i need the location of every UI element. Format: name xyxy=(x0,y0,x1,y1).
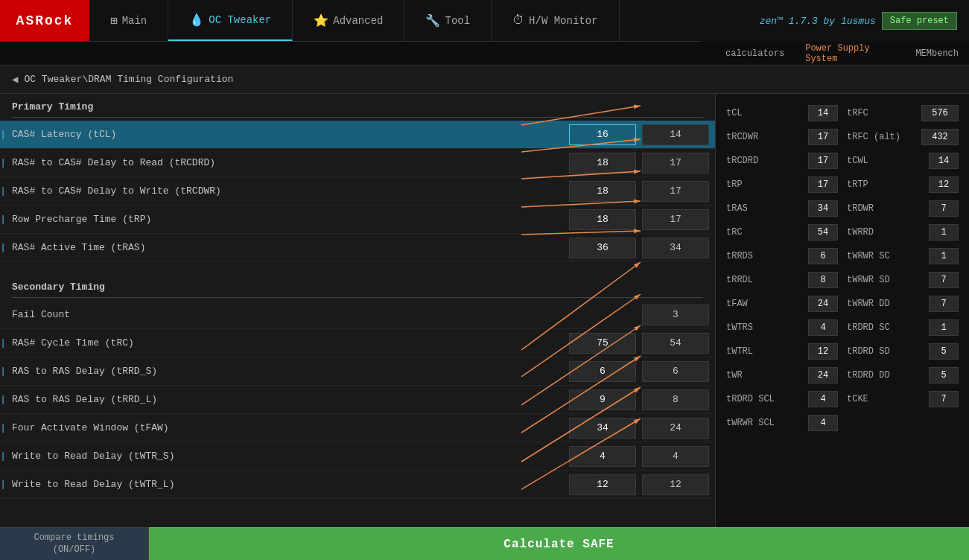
cell-twrwr-sc: tWRWR SC 1 xyxy=(842,246,963,267)
value-trrds-r: 6 xyxy=(808,248,838,264)
row-trc[interactable]: | RAS# Cycle Time (tRC) 75 54 xyxy=(0,329,715,357)
top-nav: ASRock ⊞ Main 💧 OC Tweaker ⭐ Advanced 🔧 … xyxy=(0,0,969,42)
value-trdrd-scl: 4 xyxy=(808,391,838,407)
cell-twr: tWR 24 xyxy=(722,365,842,386)
label-trdrd-dd: tRDRD DD xyxy=(847,370,929,381)
row-value-tras: 36 xyxy=(569,238,636,258)
cell-trrdl-r: tRRDL 8 xyxy=(722,270,842,290)
value-twrwr-sc: 1 xyxy=(929,248,959,264)
row-indicator-trcdwr: | xyxy=(0,177,6,205)
zen-badge: zen™ 1.7.3 by 1usmus xyxy=(760,16,876,27)
row-optimal-tfaw: 24 xyxy=(642,418,709,439)
cell-twtrl-r: tWTRL 12 xyxy=(722,341,842,362)
row-fail-count[interactable]: Fail Count 3 xyxy=(0,301,715,329)
row-optimal-trp: 17 xyxy=(642,209,709,230)
secondary-timing-header: Secondary Timing xyxy=(0,274,715,297)
label-trcdwr-r: tRCDWR xyxy=(726,132,808,142)
row-value-trcdwr: 18 xyxy=(569,181,636,202)
row-tras[interactable]: | RAS# Active Time (tRAS) 36 34 xyxy=(0,234,715,262)
sub-nav-power-supply[interactable]: Power Supply System xyxy=(795,42,905,65)
label-tfaw-r: tFAW xyxy=(726,299,808,309)
calculate-button[interactable]: Calculate SAFE xyxy=(149,527,969,560)
hw-icon: ⏱ xyxy=(512,13,524,28)
row-label-twtrl: Write to Read Delay (tWTR_L) xyxy=(6,479,569,490)
row-indicator-trp: | xyxy=(0,206,6,233)
value-tcke: 7 xyxy=(929,391,959,407)
label-tcl: tCL xyxy=(726,108,808,118)
label-trrds-r: tRRDS xyxy=(726,251,808,261)
main-layout: Primary Timing | CAS# Latency (tCL) 16 1… xyxy=(0,94,969,556)
nav-oc-tweaker[interactable]: 💧 OC Tweaker xyxy=(168,0,293,41)
value-twtrl-r: 12 xyxy=(808,343,838,360)
label-twtrl-r: tWTRL xyxy=(726,346,808,357)
row-indicator-trrdl: | xyxy=(0,386,6,413)
value-tcwl: 14 xyxy=(929,153,959,169)
secondary-divider xyxy=(12,297,703,298)
compare-label: Compare timings(ON/OFF) xyxy=(34,532,114,556)
row-label-tras: RAS# Active Time (tRAS) xyxy=(6,242,569,253)
main-icon: ⊞ xyxy=(110,13,118,28)
row-label-trrds: RAS to RAS Delay (tRRD_S) xyxy=(6,366,569,377)
row-value-trc: 75 xyxy=(569,333,636,354)
cell-trc-r: tRC 54 xyxy=(722,222,842,243)
value-trdwr: 7 xyxy=(929,200,959,217)
cell-trdrd-dd: tRDRD DD 5 xyxy=(842,365,963,386)
logo: ASRock xyxy=(0,0,89,41)
row-optimal-fail: 3 xyxy=(642,305,709,325)
value-trtp: 12 xyxy=(929,176,959,193)
cell-trdrd-sc: tRDRD SC 1 xyxy=(842,317,963,338)
row-tfaw[interactable]: | Four Activate Window (tFAW) 34 24 xyxy=(0,414,715,442)
value-twrrd: 1 xyxy=(929,224,959,241)
safe-preset-badge[interactable]: Safe preset xyxy=(882,12,957,30)
row-trp[interactable]: | Row Precharge Time (tRP) 18 17 xyxy=(0,206,715,234)
row-indicator-twtrl: | xyxy=(0,471,6,498)
cell-tcke: tCKE 7 xyxy=(842,389,963,410)
sub-nav-calculators[interactable]: calculators xyxy=(715,42,795,65)
cell-twrwr-scl: tWRWR SCL 4 xyxy=(722,413,842,433)
label-twr: tWR xyxy=(726,370,808,381)
value-tras-r: 34 xyxy=(808,200,838,217)
row-indicator-trrds: | xyxy=(0,357,6,385)
sub-nav-membench[interactable]: MEMbench xyxy=(905,42,969,65)
nav-advanced[interactable]: ⭐ Advanced xyxy=(293,0,404,41)
value-twr: 24 xyxy=(808,367,838,384)
value-trdrd-dd: 5 xyxy=(929,367,959,384)
tool-icon: 🔧 xyxy=(425,13,440,28)
row-label-tcl: CAS# Latency (tCL) xyxy=(6,129,569,140)
row-indicator-trcdrd: | xyxy=(0,149,6,176)
nav-main-label: Main xyxy=(122,15,147,27)
row-indicator-trc: | xyxy=(0,329,6,357)
cell-twrwr-dd: tWRWR DD 7 xyxy=(842,293,963,314)
row-twtrs[interactable]: | Write to Read Delay (tWTR_S) 4 4 xyxy=(0,442,715,471)
row-tcl[interactable]: | CAS# Latency (tCL) 16 14 xyxy=(0,121,715,149)
value-trfc: 576 xyxy=(921,105,959,121)
zen-text: zen™ 1.7.3 by 1usmus xyxy=(760,16,876,27)
cell-trrds-r: tRRDS 6 xyxy=(722,246,842,267)
row-trcdwr[interactable]: | RAS# to CAS# Delay to Write (tRCDWR) 1… xyxy=(0,177,715,206)
value-twrwr-sd: 7 xyxy=(929,272,959,288)
row-trcdrd[interactable]: | RAS# to CAS# Delay to Read (tRCDRD) 18… xyxy=(0,149,715,177)
row-optimal-trcdwr: 17 xyxy=(642,181,709,202)
row-value-twtrl: 12 xyxy=(569,474,636,495)
cell-trfc: tRFC 576 xyxy=(842,103,963,124)
value-trdrd-sc: 1 xyxy=(929,319,959,336)
timing-grid: tCL 14 tRFC 576 tRCDWR 17 tRFC (alt) 432… xyxy=(716,100,969,436)
nav-main[interactable]: ⊞ Main xyxy=(89,0,168,41)
row-trrdl[interactable]: | RAS to RAS Delay (tRRD_L) 9 8 xyxy=(0,386,715,414)
nav-advanced-label: Advanced xyxy=(333,15,383,27)
row-trrds[interactable]: | RAS to RAS Delay (tRRD_S) 6 6 xyxy=(0,357,715,386)
nav-hwmonitor[interactable]: ⏱ H/W Monitor xyxy=(492,0,619,41)
cell-trcdwr: tRCDWR 17 xyxy=(722,127,842,147)
label-trc-r: tRC xyxy=(726,227,808,238)
calculate-label: Calculate SAFE xyxy=(503,538,614,551)
compare-button[interactable]: Compare timings(ON/OFF) xyxy=(0,527,149,560)
back-button[interactable]: ◀ xyxy=(12,73,18,86)
label-tras-r: tRAS xyxy=(726,203,808,214)
row-twtrl[interactable]: | Write to Read Delay (tWTR_L) 12 12 xyxy=(0,471,715,499)
sub-nav: calculators Power Supply System MEMbench xyxy=(0,42,969,66)
cell-trdrd-sd: tRDRD SD 5 xyxy=(842,341,963,362)
row-value-twtrs: 4 xyxy=(569,446,636,467)
advanced-icon: ⭐ xyxy=(314,13,328,28)
row-value-trp: 18 xyxy=(569,209,636,230)
nav-tool[interactable]: 🔧 Tool xyxy=(404,0,492,41)
